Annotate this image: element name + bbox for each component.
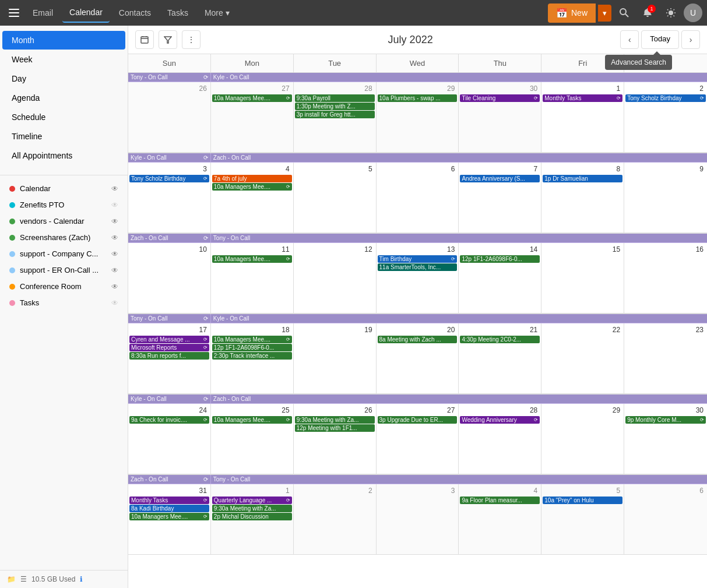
cal-cell-aug5[interactable]: 5 10a "Prey" on Hulu xyxy=(541,484,624,554)
event-quarterly-language[interactable]: Quarterly Language ...⟳ xyxy=(212,497,292,504)
overflow-marker-9[interactable]: ⟳ xyxy=(625,175,706,182)
nav-tab-more[interactable]: More ▾ xyxy=(198,3,237,22)
cal-cell-jul22[interactable]: 22 xyxy=(541,323,624,393)
event-michal-discussion[interactable]: 2p Michal Discussion xyxy=(212,513,292,520)
cal-cell-jul29[interactable]: 29 xyxy=(541,404,624,474)
cal-cell-jul27[interactable]: 27 3p Upgrade Due to ER... xyxy=(377,404,459,474)
event-managers-mee-31[interactable]: 10a Managers Mee....⟳ xyxy=(129,513,209,520)
cal-cell-aug6[interactable]: 6 xyxy=(624,484,707,554)
event-meeting-za-aug1[interactable]: 9:30a Meeting with Za... xyxy=(212,505,292,512)
cal-cell-jul13[interactable]: 13 Tim Birthday⟳ 11a SmarterTools, Inc..… xyxy=(377,243,459,313)
more-options-button[interactable]: ⋮ xyxy=(182,30,201,49)
cal-cell-jul17[interactable]: 17 Cyren and Message ...⟳ Microsoft Repo… xyxy=(128,323,211,393)
event-monthly-tasks-31[interactable]: Monthly Tasks⟳ xyxy=(129,497,209,504)
calendar-item-calendar[interactable]: Calendar 👁 xyxy=(2,181,125,196)
visibility-hidden-icon[interactable]: 👁 xyxy=(111,201,118,209)
cal-cell-aug2[interactable]: 2 xyxy=(294,484,377,554)
event-run-reports[interactable]: 8:30a Run reports f... xyxy=(129,352,209,360)
cal-cell-jun26[interactable]: 26 xyxy=(128,82,211,152)
cal-cell-aug1[interactable]: 1 Quarterly Language ...⟳ 9:30a Meeting … xyxy=(211,484,294,554)
event-4th-july[interactable]: 7a 4th of july xyxy=(212,175,292,182)
event-cyren-message[interactable]: Cyren and Message ...⟳ xyxy=(129,336,209,343)
notifications-button[interactable]: 1 xyxy=(637,2,658,23)
cal-cell-aug3[interactable]: 3 xyxy=(377,484,459,554)
event-monthly-tasks-1[interactable]: Monthly Tasks⟳ xyxy=(543,94,622,102)
cal-cell-jul20[interactable]: 20 8a Meeting with Zach ... xyxy=(377,323,459,393)
cal-cell-jul19[interactable]: 19 xyxy=(294,323,377,393)
event-plumbers[interactable]: 10a Plumbers - swap ... xyxy=(378,94,458,102)
calendar-item-support-er[interactable]: support - ER On-Call ... 👁 xyxy=(2,262,125,278)
event-managers-mee-1[interactable]: 10a Managers Mee....⟳ xyxy=(212,94,292,102)
visibility-icon[interactable]: 👁 xyxy=(111,283,118,291)
event-microsoft-reports[interactable]: Microsoft Reports⟳ xyxy=(129,344,209,351)
on-call-kyle-sun2[interactable]: Kyle - On Call⟳ xyxy=(128,153,211,162)
next-month-button[interactable]: › xyxy=(681,30,700,49)
calendar-item-tasks[interactable]: Tasks 👁 xyxy=(2,295,125,311)
cal-cell-jul26[interactable]: 26 9:30a Meeting with Za... 12p Meeting … xyxy=(294,404,377,474)
cal-cell-jul18[interactable]: 18 10a Managers Mee....⟳ 12p 1F1-2A6098F… xyxy=(211,323,294,393)
info-icon[interactable]: ℹ xyxy=(80,575,83,583)
cal-cell-jul30[interactable]: 30 9p Monthly Core M...⟳ xyxy=(624,404,707,474)
cal-cell-jul3[interactable]: 3 Tony Scholz Birthday⟳ xyxy=(128,163,211,233)
visibility-icon[interactable]: 👁 xyxy=(111,234,118,242)
calendar-item-zenefits[interactable]: Zenefits PTO 👁 xyxy=(2,197,125,213)
cal-cell-jul11[interactable]: 11 10a Managers Mee....⟳ xyxy=(211,243,294,313)
nav-tab-calendar[interactable]: Calendar xyxy=(62,3,110,23)
calendar-item-vendors[interactable]: vendors - Calendar 👁 xyxy=(2,213,125,229)
cal-cell-jul23[interactable]: 23 xyxy=(624,323,707,393)
cal-cell-jul15[interactable]: 15 xyxy=(541,243,624,313)
cal-cell-jul5[interactable]: 5 xyxy=(294,163,377,233)
event-tony-bday2[interactable]: Tony Scholz Birthday⟳ xyxy=(129,175,209,182)
sidebar-item-schedule[interactable]: Schedule xyxy=(2,108,125,126)
sidebar-item-month[interactable]: Month xyxy=(2,31,125,50)
today-button[interactable]: Today xyxy=(641,30,679,49)
nav-tab-tasks[interactable]: Tasks xyxy=(160,3,195,22)
event-1f1-18[interactable]: 12p 1F1-2A6098F6-0... xyxy=(212,344,292,351)
sidebar-item-day[interactable]: Day xyxy=(2,69,125,88)
event-meeting-zach-20[interactable]: 8a Meeting with Zach ... xyxy=(378,336,458,343)
event-upgrade-er[interactable]: 3p Upgrade Due to ER... xyxy=(378,416,458,424)
event-prey-hulu[interactable]: 10a "Prey" on Hulu xyxy=(543,497,622,504)
cal-cell-jul7[interactable]: 7 Andrea Anniversary (S... xyxy=(459,163,541,233)
cal-cell-jul1[interactable]: 1 Monthly Tasks⟳ xyxy=(541,82,624,152)
on-call-tony-mon3[interactable]: Tony - On Call xyxy=(211,234,707,242)
sidebar-item-all-appointments[interactable]: All Appointments xyxy=(2,146,125,165)
event-floor-plan[interactable]: 9a Floor Plan measur... xyxy=(460,497,540,504)
cal-cell-jun29[interactable]: 29 10a Plumbers - swap ... xyxy=(377,82,459,152)
mini-calendar-button[interactable] xyxy=(135,30,154,49)
event-track-interface[interactable]: 2:30p Track interface ... xyxy=(212,352,292,360)
calendar-item-conference[interactable]: Conference Room 👁 xyxy=(2,279,125,294)
event-payroll[interactable]: 9:30a Payroll xyxy=(295,94,375,102)
event-managers-mee-5[interactable]: 10a Managers Mee....⟳ xyxy=(212,416,292,424)
on-call-tony-sun4[interactable]: Tony - On Call⟳ xyxy=(128,314,211,323)
search-button[interactable] xyxy=(614,2,635,23)
on-call-tony-sun[interactable]: Tony - On Call⟳ xyxy=(128,73,211,82)
event-kadi-birthday[interactable]: 8a Kadi Birthday xyxy=(129,505,209,512)
event-managers-mee-2[interactable]: 10a Managers Mee....⟳ xyxy=(212,183,292,191)
on-call-zach-mon2[interactable]: Zach - On Call xyxy=(211,153,707,162)
visibility-icon[interactable]: 👁 xyxy=(111,250,118,258)
on-call-zach-mon5[interactable]: Zach - On Call xyxy=(211,395,707,403)
sidebar-item-timeline[interactable]: Timeline xyxy=(2,127,125,146)
event-tile-cleaning[interactable]: Tile Cleaning⟳ xyxy=(460,94,540,102)
cal-cell-jul16[interactable]: 16 ⟳ xyxy=(624,243,707,313)
cal-cell-jul10[interactable]: 10 xyxy=(128,243,211,313)
cal-cell-jun30[interactable]: 30 Tile Cleaning⟳ xyxy=(459,82,541,152)
event-meeting-z1[interactable]: 1:30p Meeting with Z... xyxy=(295,103,375,110)
user-avatar[interactable]: U xyxy=(684,3,702,22)
calendar-item-screenshares[interactable]: Screenshares (Zach) 👁 xyxy=(2,230,125,245)
sidebar-item-agenda[interactable]: Agenda xyxy=(2,89,125,107)
event-smartertools[interactable]: 11a SmarterTools, Inc... xyxy=(378,263,458,271)
event-andrea-anniversary[interactable]: Andrea Anniversary (S... xyxy=(460,175,540,182)
event-meeting-za-26[interactable]: 9:30a Meeting with Za... xyxy=(295,416,375,424)
on-call-zach-sun6[interactable]: Zach - On Call⟳ xyxy=(128,475,211,484)
event-meeting-2c0[interactable]: 4:30p Meeting 2C0-2... xyxy=(460,336,540,343)
event-dr-samuelian[interactable]: 1p Dr Samuelian xyxy=(543,175,622,182)
visibility-icon[interactable]: 👁 xyxy=(111,217,118,226)
cal-cell-jul28[interactable]: 28 Wedding Anniversary⟳ xyxy=(459,404,541,474)
event-1f1-14[interactable]: 12p 1F1-2A6098F6-0... xyxy=(460,255,540,263)
cal-cell-jul24[interactable]: 24 9a Check for invoic....⟳ xyxy=(128,404,211,474)
on-call-kyle-mon[interactable]: Kyle - On Call xyxy=(211,73,707,82)
event-managers-mee-4[interactable]: 10a Managers Mee....⟳ xyxy=(212,336,292,343)
cal-cell-jul25[interactable]: 25 10a Managers Mee....⟳ xyxy=(211,404,294,474)
